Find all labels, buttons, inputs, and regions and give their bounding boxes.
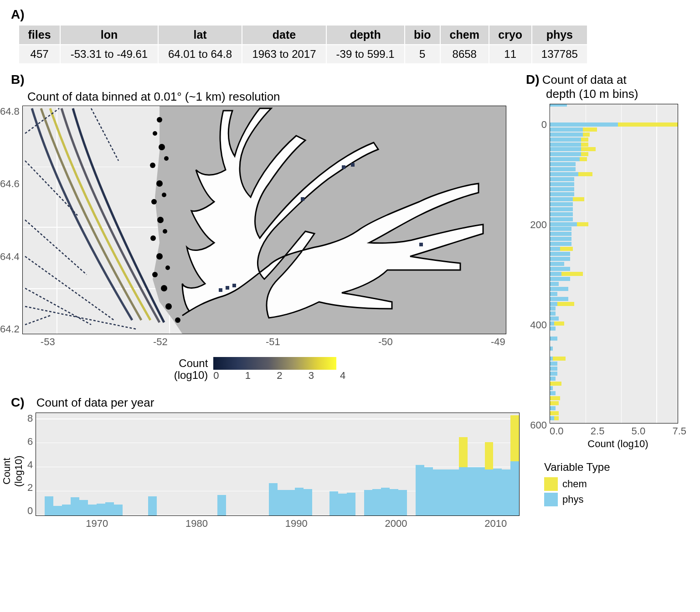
- legend-label: chem: [562, 478, 587, 490]
- svg-point-8: [156, 253, 163, 260]
- tick: 2.5: [591, 425, 605, 437]
- bar-1991: [286, 490, 295, 515]
- bar-depth-70: [550, 157, 587, 161]
- svg-rect-23: [419, 243, 423, 246]
- bar-2010: [450, 469, 459, 515]
- bar-1964: [53, 506, 62, 515]
- panel-b: B) Count of data binned at 0.01° (~1 km)…: [0, 72, 520, 395]
- tick: -49: [491, 336, 505, 348]
- tick: -52: [153, 336, 168, 348]
- bar-depth-130: [550, 187, 574, 191]
- legend-b-l1: Count: [179, 357, 208, 369]
- svg-point-12: [175, 317, 180, 323]
- col-bio: bio: [405, 25, 440, 45]
- bar-depth-260: [550, 252, 570, 256]
- tick: 7.5: [672, 425, 686, 437]
- cell: 64.01 to 64.8: [158, 45, 242, 64]
- bar-2001: [372, 489, 381, 515]
- tick: 3: [309, 370, 314, 382]
- bar-1969: [97, 504, 105, 515]
- bar-depth-220: [550, 232, 571, 236]
- bar-1970: [105, 502, 114, 515]
- bar-1971: [114, 505, 123, 515]
- bar-depth-250: [550, 247, 573, 251]
- panel-b-title: Count of data binned at 0.01° (~1 km) re…: [27, 90, 520, 104]
- bar-depth-40: [550, 143, 588, 147]
- tick: 0.0: [550, 425, 564, 437]
- panel-c-yaxis: 86420: [27, 413, 36, 517]
- tick: 8: [27, 413, 33, 424]
- bar-depth-290: [550, 267, 570, 271]
- bar-depth-480: [550, 362, 557, 366]
- tick: -51: [266, 336, 280, 348]
- bar-depth-560: [550, 401, 559, 405]
- svg-point-11: [165, 303, 172, 310]
- bar-depth-90: [550, 167, 576, 171]
- bar-depth-80: [550, 162, 576, 166]
- bar-depth-550: [550, 396, 560, 400]
- bar-depth-20: [550, 133, 590, 137]
- bar-depth-180: [550, 212, 573, 216]
- bar-1983: [217, 495, 226, 515]
- tick: 400: [530, 319, 547, 331]
- bar-1998: [347, 493, 355, 515]
- panel-c-title: Count of data per year: [36, 396, 154, 409]
- bar-depth-10: [550, 128, 597, 132]
- tick: 64.6: [0, 178, 20, 190]
- cell: 1963 to 2017: [242, 45, 326, 64]
- bar-depth-510: [550, 377, 556, 381]
- panel-d: D) Count of data at depth (10 m bins) 02…: [526, 72, 695, 530]
- bar-depth-400: [550, 321, 564, 326]
- tick: -53: [41, 336, 55, 348]
- col-cryo: cryo: [489, 25, 532, 45]
- tick: 5.0: [632, 425, 646, 437]
- legend-b-l2: (log10): [174, 369, 208, 381]
- colorbar: [213, 357, 336, 370]
- panel-b-xaxis: -53-52-51-50-49: [22, 334, 505, 348]
- cell: -39 to 599.1: [326, 45, 405, 64]
- legend-item-phys: phys: [544, 493, 695, 506]
- bar-1965: [62, 505, 71, 515]
- panel-c-ylabel: Count(log10): [0, 413, 26, 530]
- cell: -53.31 to -49.61: [60, 45, 158, 64]
- bar-1967: [79, 500, 88, 515]
- bar-1989: [269, 483, 278, 515]
- svg-point-16: [165, 265, 170, 270]
- col-depth: depth: [326, 25, 405, 45]
- legend-d: Variable Type chemphys: [544, 461, 695, 506]
- bar-depth-280: [550, 262, 564, 266]
- svg-point-9: [152, 272, 158, 277]
- bar-2003: [390, 489, 398, 515]
- tick: 4: [27, 459, 33, 471]
- tick: 1990: [285, 518, 308, 530]
- bar-depth--40: [550, 104, 567, 107]
- svg-point-4: [156, 180, 163, 187]
- svg-rect-20: [301, 197, 304, 201]
- bar-2009: [442, 469, 450, 515]
- cell: 8658: [440, 45, 489, 64]
- col-lat: lat: [158, 25, 242, 45]
- bar-depth-120: [550, 182, 574, 186]
- bar-depth-380: [550, 311, 556, 316]
- bar-depth-140: [550, 192, 574, 196]
- bar-depth-590: [550, 416, 559, 420]
- tick: 2010: [484, 518, 507, 530]
- panel-d-title-l1: Count of data at: [542, 73, 627, 87]
- bar-depth-330: [550, 287, 568, 291]
- tick: 2000: [385, 518, 407, 530]
- bar-2008: [433, 469, 442, 515]
- bar-depth-30: [550, 138, 588, 142]
- cell: 5: [405, 45, 440, 64]
- bar-1996: [329, 491, 338, 515]
- svg-rect-22: [351, 163, 355, 167]
- svg-rect-19: [232, 284, 236, 287]
- panel-d-xlabel: Count (log10): [550, 438, 686, 450]
- bar-depth-160: [550, 202, 573, 206]
- bar-2004: [398, 490, 407, 515]
- bar-1963: [45, 496, 53, 515]
- bar-depth-190: [550, 217, 573, 221]
- bar-depth-340: [550, 292, 557, 296]
- tick: 1980: [185, 518, 208, 530]
- svg-rect-17: [219, 288, 222, 292]
- tick: 2: [27, 482, 33, 494]
